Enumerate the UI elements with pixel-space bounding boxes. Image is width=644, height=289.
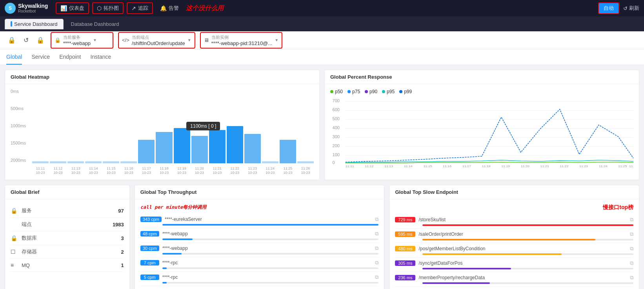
- service-name: ****-webapp: [162, 231, 372, 237]
- percent-response-body: p50 p75 p90 p95 p99: [325, 84, 639, 173]
- tab-global[interactable]: Global: [6, 50, 22, 65]
- tab-database-dashboard[interactable]: Database Dashboard: [65, 19, 125, 29]
- heatmap-bar: [156, 132, 172, 163]
- heatmap-bars: [32, 89, 314, 163]
- heatmap-bar: [50, 161, 66, 163]
- brief-value: 2: [121, 249, 124, 255]
- copy-icon[interactable]: ⧉: [630, 217, 633, 223]
- trace-nav-btn[interactable]: ↗ 追踪: [127, 2, 153, 14]
- cpm-badge: 343 cpm: [140, 217, 162, 222]
- auto-refresh-btn[interactable]: 自动: [598, 2, 619, 14]
- current-endpoint-select[interactable]: </> 当前端点 /shiftInOutOrder/update ▼: [118, 32, 195, 49]
- heatmap-bar: [103, 161, 119, 163]
- endpoint-select-label: 当前端点: [132, 34, 185, 40]
- refresh-btn[interactable]: ↺ 刷新: [623, 5, 639, 12]
- svg-text:11:11: 11:11: [346, 164, 354, 168]
- throughput-item: 5 cpm ****-rpc ⧉: [140, 272, 379, 286]
- heatmap-x-label: 11:1710-23: [138, 166, 155, 175]
- copy-icon[interactable]: ⧉: [630, 246, 633, 252]
- slow-bar-bg: [422, 282, 633, 284]
- trace-icon: ↗: [131, 5, 136, 11]
- instance-chevron-icon: ▼: [275, 38, 278, 42]
- heatmap-col: [156, 89, 172, 163]
- current-service-select[interactable]: 🔒 当前服务 ****-webapp ▼: [51, 32, 113, 49]
- endpoint-name: /memberProperty/rechargeData: [418, 275, 627, 280]
- logo-icon: S: [5, 3, 16, 14]
- svg-text:11:21: 11:21: [540, 164, 549, 168]
- dashboard-nav-btn[interactable]: 📊 仪表盘: [56, 2, 89, 14]
- copy-icon[interactable]: ⧉: [375, 216, 378, 222]
- heatmap-col: [32, 89, 49, 163]
- nav-right: 自动 ↺ 刷新: [598, 2, 639, 14]
- legend-dot-p99: [399, 90, 402, 93]
- tab-service[interactable]: Service: [31, 50, 50, 65]
- toolbar: 🔒 ↺ 🔒 🔒 当前服务 ****-webapp ▼ </> 当前端点 /shi…: [0, 31, 644, 49]
- throughput-item: 30 cpm ****-webapp ⧉: [140, 243, 379, 257]
- throughput-item: 48 cpm ****-webapp ⧉: [140, 228, 379, 243]
- lock-icon-btn[interactable]: 🔒: [6, 35, 17, 45]
- service-name: ****-eurekaServer: [165, 217, 372, 222]
- topology-nav-btn[interactable]: ⬡ 拓扑图: [92, 2, 124, 14]
- legend-dot-p75: [347, 90, 351, 93]
- copy-icon[interactable]: ⧉: [630, 260, 633, 266]
- line-chart-svg: 700 600 500 400 300 200 100 0: [330, 98, 633, 168]
- current-instance-select[interactable]: 🖥 当前实例 ****-webapp-pid:31210@... ▼: [200, 32, 282, 49]
- svg-text:0: 0: [333, 161, 335, 165]
- heatmap-bar: [85, 161, 102, 163]
- instance-select-value: ****-webapp-pid:31210@...: [211, 40, 273, 46]
- slow-bar-bg: [422, 224, 633, 226]
- settings-icon-btn[interactable]: 🔒: [35, 35, 46, 45]
- throughput-bar-bg: [162, 282, 379, 284]
- heatmap-y-axis: 2000ms 1500ms 1000ms 500ms 0ms: [11, 89, 30, 163]
- endpoint-chevron-icon: ▼: [187, 38, 191, 42]
- content-tabs: Global Service Endpoint Instance: [0, 49, 644, 65]
- endpoint-name: /storeSku/list: [418, 217, 627, 222]
- slow-body: 慢接口top榜 729 ms /storeSku/list ⧉ 595 ms /…: [389, 199, 639, 289]
- throughput-title: Global Top Throughput: [135, 185, 384, 199]
- svg-text:11:14: 11:14: [404, 164, 413, 168]
- annotation-text: 这个没什么用: [186, 4, 224, 13]
- alert-nav-btn[interactable]: 🔔 告警: [156, 3, 183, 13]
- copy-icon[interactable]: ⧉: [375, 260, 378, 266]
- tab-service-dashboard[interactable]: Service Dashboard: [5, 19, 64, 29]
- copy-icon[interactable]: ⧉: [375, 274, 378, 280]
- slow-item: 236 ms /memberProperty/rechargeData ⧉: [395, 272, 633, 287]
- heatmap-tooltip: 1100ms [ 0 ]: [186, 122, 220, 130]
- heatmap-bar: [120, 161, 137, 163]
- legend-p99: p99: [399, 89, 412, 94]
- brief-icon: ≡: [11, 262, 18, 268]
- brief-icon: 🔒: [11, 235, 18, 241]
- svg-text:11:20: 11:20: [521, 164, 529, 168]
- copy-icon[interactable]: ⧉: [375, 245, 378, 251]
- cpm-badge: 30 cpm: [140, 246, 159, 251]
- copy-icon[interactable]: ⧉: [630, 231, 633, 237]
- top-nav: S Skywalking Rocketbot 📊 仪表盘 ⬡ 拓扑图 ↗ 追踪 …: [0, 0, 644, 16]
- dashboard-icon: 📊: [60, 5, 67, 11]
- legend-dot-p90: [365, 90, 368, 93]
- heatmap-chart: 2000ms 1500ms 1000ms 500ms 0ms 11:1110-2…: [11, 89, 314, 175]
- tab-database-label: Database Dashboard: [71, 21, 119, 27]
- copy-icon[interactable]: ⧉: [375, 231, 378, 237]
- heatmap-bar: [191, 136, 208, 163]
- brief-value: 1: [121, 262, 124, 268]
- heatmap-x-label: 11:1810-23: [156, 166, 172, 175]
- tab-endpoint[interactable]: Endpoint: [59, 50, 81, 65]
- brief-item: ☐ 存储器 2: [11, 245, 124, 259]
- copy-icon[interactable]: ⧉: [630, 275, 633, 281]
- slow-bar: [422, 253, 562, 255]
- service-select-label: 当前服务: [63, 34, 91, 40]
- tab-instance[interactable]: Instance: [90, 50, 111, 65]
- throughput-annotation: call per minute每分钟调用: [140, 204, 379, 211]
- endpoint-select-value: /shiftInOutOrder/update: [132, 40, 185, 46]
- reset-icon-btn[interactable]: ↺: [22, 35, 30, 45]
- brief-item: 🔒 服务 97: [11, 204, 124, 218]
- heatmap-title: Global Heatmap: [5, 70, 319, 84]
- heatmap-x-label: 11:2610-23: [297, 166, 314, 175]
- alert-icon: 🔔: [160, 5, 167, 11]
- brief-icon: 🔒: [11, 208, 18, 214]
- brief-item: 端点 1983: [11, 218, 124, 231]
- topology-icon: ⬡: [97, 5, 102, 11]
- heatmap-bar: [174, 128, 190, 163]
- top-slow-panel: Global Top Slow Endpoint 慢接口top榜 729 ms …: [389, 185, 639, 289]
- heatmap-x-label: 11:2310-23: [244, 166, 261, 175]
